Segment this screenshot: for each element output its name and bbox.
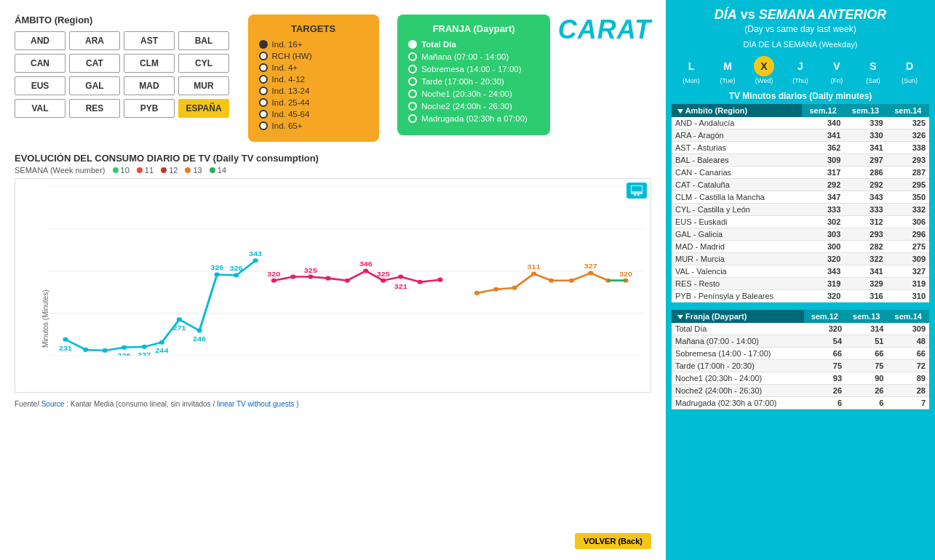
franja-sem14-header[interactable]: sem.14 — [887, 310, 929, 323]
table-row: ARA - Aragón 341 330 326 — [672, 129, 929, 142]
franja-sem12-cell: 75 — [804, 360, 846, 372]
franja-sobremesa[interactable]: Sobremesa (14:00 - 17:00) — [408, 65, 539, 73]
franja-total[interactable]: Total Día — [408, 40, 539, 49]
region-CAT[interactable]: CAT — [69, 54, 120, 73]
franja-cell: Total Día — [672, 323, 804, 335]
day-V[interactable]: V (Fri) — [827, 56, 847, 84]
sem12-cell: 317 — [802, 167, 844, 179]
region-VAL[interactable]: VAL — [15, 99, 65, 118]
sem14-cell: 309 — [887, 253, 929, 265]
franja-table: Franja (Daypart) sem.12 sem.13 sem.14 To… — [672, 310, 929, 409]
svg-text:325: 325 — [377, 270, 391, 277]
target-ind16[interactable]: Ind. 16+ — [259, 40, 368, 49]
franja-cell: Madrugada (02:30h a 07:00) — [672, 397, 804, 409]
region-CYL[interactable]: CYL — [178, 54, 229, 73]
source-link[interactable]: Source — [41, 400, 65, 408]
target-rch[interactable]: RCH (HW) — [259, 52, 368, 60]
sem13-cell: 329 — [844, 278, 886, 290]
svg-text:343: 343 — [249, 250, 263, 257]
svg-point-42 — [363, 268, 368, 273]
sem14-cell: 310 — [887, 290, 929, 303]
day-D[interactable]: D (Sun) — [899, 56, 920, 84]
franja-cell: Tarde (17:00h - 20:30) — [672, 360, 804, 372]
target-ind412[interactable]: Ind. 4-12 — [259, 75, 368, 84]
day-M[interactable]: M (Tue) — [717, 56, 738, 84]
svg-point-20 — [159, 340, 164, 345]
svg-point-53 — [493, 287, 498, 292]
region-cell: CYL - Castilla y León — [672, 204, 802, 216]
volver-button[interactable]: VOLVER (Back) — [575, 533, 651, 549]
region-RES[interactable]: RES — [69, 99, 120, 118]
target-ind4[interactable]: Ind. 4+ — [259, 63, 368, 72]
svg-point-56 — [549, 279, 554, 283]
chart-legend: SEMANA (Week number) 10 11 12 13 14 — [15, 166, 651, 175]
region-col-header[interactable]: Ambito (Region) — [672, 104, 802, 117]
target-ind4564[interactable]: Ind. 45-64 — [259, 110, 368, 119]
day-J[interactable]: J (Thu) — [790, 56, 811, 84]
sem13-cell: 333 — [844, 204, 886, 216]
franja-manana[interactable]: Mañana (07:00 - 14:00) — [408, 52, 539, 61]
radio-noche1 — [408, 89, 417, 98]
region-PYB[interactable]: PYB — [124, 99, 175, 118]
day-S[interactable]: S (Sat) — [863, 56, 883, 84]
franja-col-header[interactable]: Franja (Daypart) — [672, 310, 804, 323]
table-row: RES - Resto 319 329 319 — [672, 278, 929, 290]
region-CLM[interactable]: CLM — [124, 54, 175, 73]
region-table: Ambito (Region) sem.12 sem.13 sem.14 AND… — [672, 104, 929, 303]
region-BAL[interactable]: BAL — [178, 31, 229, 50]
sem14-cell: 287 — [887, 167, 929, 179]
sem12-cell: 319 — [802, 278, 844, 290]
franja-sem13-cell: 90 — [846, 372, 887, 385]
region-AND[interactable]: AND — [15, 31, 65, 50]
franja-noche1[interactable]: Noche1 (20:30h - 24:00) — [408, 89, 539, 98]
sem12-cell: 341 — [802, 129, 844, 142]
day-L[interactable]: L (Mon) — [681, 56, 701, 84]
region-GAL[interactable]: GAL — [69, 76, 120, 95]
franja-sem12-header[interactable]: sem.12 — [804, 310, 846, 323]
region-cell: GAL - Galicia — [672, 228, 802, 241]
franja-sem13-header[interactable]: sem.13 — [846, 310, 887, 323]
franja-sem14-cell: 89 — [887, 372, 929, 385]
svg-point-58 — [588, 271, 593, 276]
main-title: DÍA vs SEMANA ANTERIOR — [669, 7, 931, 23]
sem12-cell: 320 — [802, 253, 844, 265]
region-grid: AND ARA AST BAL CAN CAT CLM CYL EUS GAL … — [15, 31, 229, 118]
sem12-col-header[interactable]: sem.12 — [802, 104, 844, 117]
franja-sem12-cell: 66 — [804, 348, 846, 360]
region-MAD[interactable]: MAD — [124, 76, 175, 95]
region-ARA[interactable]: ARA — [69, 31, 120, 50]
screen-icon[interactable] — [626, 183, 647, 199]
region-table-container: Ambito (Region) sem.12 sem.13 sem.14 AND… — [666, 104, 935, 306]
target-ind2544[interactable]: Ind. 25-44 — [259, 98, 368, 107]
franja-noche2[interactable]: Noche2 (24:00h - 26:30) — [408, 102, 539, 111]
svg-text:311: 311 — [528, 263, 541, 271]
target-ind65[interactable]: Ind. 65+ — [259, 121, 368, 130]
sem13-cell: 292 — [844, 179, 886, 191]
svg-point-43 — [381, 279, 386, 283]
sem13-col-header[interactable]: sem.13 — [844, 104, 886, 117]
region-AST[interactable]: AST — [124, 31, 175, 50]
target-ind1324[interactable]: Ind. 13-24 — [259, 87, 368, 95]
region-cell: MUR - Murcia — [672, 253, 802, 265]
sem13-cell: 297 — [844, 154, 886, 167]
franja-madrugada[interactable]: Madrugada (02:30h a 07:00) — [408, 114, 539, 123]
linear-link[interactable]: linear TV without guests — [217, 400, 295, 408]
sem13-cell: 341 — [844, 142, 886, 154]
franja-tarde[interactable]: Tarde (17:00h - 20:30) — [408, 77, 539, 86]
region-EUS[interactable]: EUS — [15, 76, 65, 95]
day-X[interactable]: X (Wed) — [754, 56, 774, 84]
franja-sem12-cell: 93 — [804, 372, 846, 385]
region-CAN[interactable]: CAN — [15, 54, 65, 73]
region-ESPANA[interactable]: ESPAÑA — [178, 99, 229, 118]
franja-cell: Sobremesa (14:00 - 17:00) — [672, 348, 804, 360]
table-row: Noche2 (24:00h - 26:30) 26 26 28 — [672, 385, 929, 397]
chart-svg: 350 325 300 275 250 — [48, 186, 643, 356]
sem14-col-header[interactable]: sem.14 — [887, 104, 929, 117]
table-row: AND - Andalucía 340 339 325 — [672, 117, 929, 129]
svg-text:244: 244 — [155, 347, 169, 354]
radio-ind4564 — [259, 110, 268, 119]
radio-total — [408, 40, 417, 49]
region-MUR[interactable]: MUR — [178, 76, 229, 95]
sem14-cell: 275 — [887, 241, 929, 253]
svg-text:326: 326 — [210, 264, 224, 271]
